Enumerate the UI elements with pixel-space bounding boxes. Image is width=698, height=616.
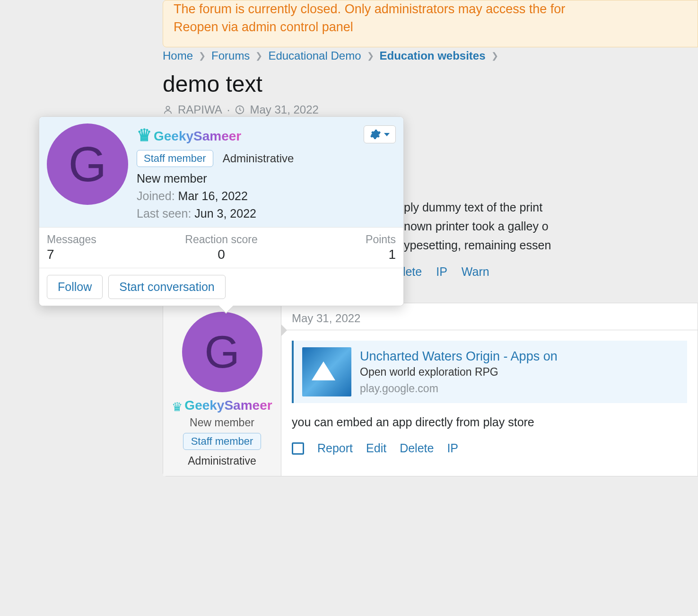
embed-subtitle: Open world exploration RPG bbox=[360, 366, 558, 378]
stat-messages-value: 7 bbox=[47, 247, 163, 262]
user-title: New member bbox=[168, 416, 276, 429]
joined-label: Joined: bbox=[137, 189, 175, 202]
stat-reaction-label: Reaction score bbox=[163, 233, 279, 246]
popover-username: GeekySameer bbox=[154, 129, 241, 144]
post-date[interactable]: May 31, 2022 bbox=[281, 303, 698, 330]
post-actions-partial: elete IP Warn bbox=[396, 265, 489, 279]
breadcrumb-current[interactable]: Education websites bbox=[380, 49, 486, 62]
thread-post: G ♛GeekySameer New member Staff member A… bbox=[163, 303, 698, 476]
report-link[interactable]: Report bbox=[317, 441, 353, 455]
chevron-right-icon: ❯ bbox=[491, 51, 498, 61]
stat-points-value: 1 bbox=[279, 247, 396, 262]
staff-badge: Staff member bbox=[183, 433, 262, 450]
popover-actions: Follow Start conversation bbox=[39, 268, 403, 306]
thread-meta: RAPIWA · May 31, 2022 bbox=[163, 103, 319, 116]
stat-messages[interactable]: Messages 7 bbox=[39, 228, 163, 268]
svg-point-0 bbox=[166, 106, 169, 110]
stat-reaction[interactable]: Reaction score 0 bbox=[163, 228, 279, 268]
joined-row: Joined: Mar 16, 2022 bbox=[137, 189, 396, 203]
staff-badge: Staff member bbox=[137, 150, 213, 167]
joined-value: Mar 16, 2022 bbox=[178, 189, 248, 202]
post-user-sidebar: G ♛GeekySameer New member Staff member A… bbox=[163, 303, 281, 476]
user-popover: G ♛GeekySameer Staff member Administrati… bbox=[39, 116, 404, 306]
breadcrumb-home[interactable]: Home bbox=[163, 49, 193, 62]
popover-stats: Messages 7 Reaction score 0 Points 1 bbox=[39, 227, 403, 268]
post-body-snippet: ply dummy text of the print nown printer… bbox=[404, 198, 698, 255]
stat-points[interactable]: Points 1 bbox=[279, 228, 403, 268]
delete-link[interactable]: Delete bbox=[400, 441, 434, 455]
clock-icon bbox=[235, 105, 245, 115]
crown-icon: ♛ bbox=[172, 400, 183, 414]
popover-info: ♛GeekySameer Staff member Administrative… bbox=[137, 123, 396, 220]
settings-dropdown-button[interactable] bbox=[364, 125, 396, 143]
chevron-right-icon: ❯ bbox=[255, 51, 262, 61]
embed-title[interactable]: Uncharted Waters Origin - Apps on bbox=[360, 349, 558, 364]
embed-thumbnail bbox=[302, 347, 351, 396]
gear-icon bbox=[370, 129, 381, 140]
breadcrumb: Home ❯ Forums ❯ Educational Demo ❯ Educa… bbox=[163, 49, 498, 62]
chevron-right-icon: ❯ bbox=[367, 51, 374, 61]
follow-button[interactable]: Follow bbox=[47, 275, 103, 299]
avatar[interactable]: G bbox=[182, 312, 262, 392]
forum-closed-alert: The forum is currently closed. Only admi… bbox=[163, 0, 698, 47]
breadcrumb-forums[interactable]: Forums bbox=[211, 49, 250, 62]
crown-icon: ♛ bbox=[137, 125, 152, 145]
alert-line1: The forum is currently closed. Only admi… bbox=[174, 0, 687, 18]
stat-points-label: Points bbox=[279, 233, 396, 246]
stat-messages-label: Messages bbox=[47, 233, 163, 246]
start-conversation-button[interactable]: Start conversation bbox=[108, 275, 226, 299]
warn-link[interactable]: Warn bbox=[462, 265, 489, 279]
breadcrumb-educational-demo[interactable]: Educational Demo bbox=[268, 49, 361, 62]
edit-link[interactable]: Edit bbox=[366, 441, 386, 455]
popover-username-row[interactable]: ♛GeekySameer bbox=[137, 123, 241, 145]
select-post-checkbox[interactable] bbox=[292, 442, 304, 455]
lastseen-label: Last seen: bbox=[137, 207, 191, 220]
avatar[interactable]: G bbox=[47, 123, 128, 205]
alert-line2[interactable]: Reopen via admin control panel bbox=[174, 18, 687, 36]
ip-link[interactable]: IP bbox=[436, 265, 447, 279]
post-main: May 31, 2022 Uncharted Waters Origin - A… bbox=[281, 303, 698, 476]
post-username-row[interactable]: ♛GeekySameer bbox=[168, 398, 276, 414]
embed-card[interactable]: Uncharted Waters Origin - Apps on Open w… bbox=[292, 341, 687, 403]
embed-info: Uncharted Waters Origin - Apps on Open w… bbox=[360, 349, 558, 395]
embed-domain: play.google.com bbox=[360, 382, 558, 395]
user-title: New member bbox=[137, 172, 396, 185]
post-actions: Report Edit Delete IP bbox=[281, 437, 698, 463]
lastseen-value: Jun 3, 2022 bbox=[194, 207, 256, 220]
admin-label: Administrative bbox=[168, 455, 276, 467]
post-body: you can embed an app directly from play … bbox=[281, 414, 698, 437]
stat-reaction-value: 0 bbox=[163, 247, 279, 262]
ip-link[interactable]: IP bbox=[447, 441, 458, 455]
admin-label: Administrative bbox=[223, 152, 294, 165]
thread-author[interactable]: RAPIWA bbox=[178, 103, 222, 116]
post-username: GeekySameer bbox=[184, 398, 272, 413]
meta-separator: · bbox=[227, 103, 230, 116]
page-title: demo text bbox=[163, 71, 262, 97]
chevron-down-icon bbox=[384, 133, 390, 136]
popover-header: G ♛GeekySameer Staff member Administrati… bbox=[39, 117, 403, 227]
lastseen-row: Last seen: Jun 3, 2022 bbox=[137, 207, 396, 220]
divider bbox=[281, 330, 698, 330]
user-icon bbox=[163, 105, 173, 115]
chevron-right-icon: ❯ bbox=[199, 51, 206, 61]
thread-date: May 31, 2022 bbox=[250, 103, 318, 116]
